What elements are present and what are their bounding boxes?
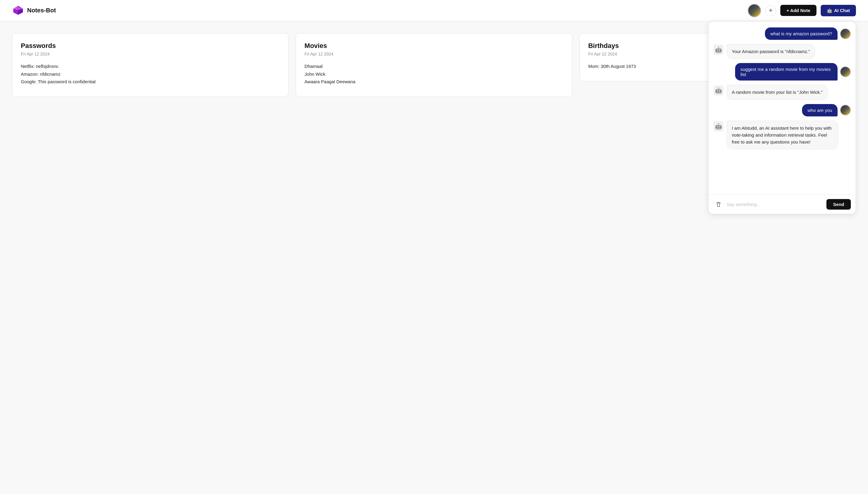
user-bubble-3: who are you <box>802 104 837 116</box>
ai-chat-button[interactable]: 🤖 AI Chat <box>821 5 856 16</box>
clear-chat-button[interactable] <box>713 200 724 210</box>
chat-message-bot-2: 🤖 A random movie from your list is "John… <box>713 85 851 99</box>
note-body-movies: Dhamaal John Wick Awaara Paagal Deewana <box>304 62 563 86</box>
note-date-movies: Fri Apr 12 2024 <box>304 52 563 56</box>
app-title: Notes-Bot <box>27 7 56 14</box>
chat-input-area: Send <box>709 194 856 214</box>
ai-chat-panel: what is my amazon password? 🤖 Your Amazo… <box>708 21 856 214</box>
note-date-passwords: Fri Apr 12 2024 <box>21 52 280 56</box>
chat-message-user-2: suggest me a random movie from my movies… <box>713 63 851 80</box>
user-bubble-2: suggest me a random movie from my movies… <box>735 63 837 80</box>
user-avatar-1 <box>840 28 851 39</box>
theme-toggle-button[interactable]: ☀ <box>765 5 776 16</box>
note-body-passwords: Netflix: neflsjdnsnc Amazon: nfdicnamz G… <box>21 62 280 86</box>
note-card-passwords: Passwords Fri Apr 12 2024 Netflix: nefls… <box>12 33 289 97</box>
bot-icon-3: 🤖 <box>713 121 724 132</box>
logo-icon <box>12 4 24 17</box>
user-avatar-3 <box>840 104 851 115</box>
main-content: Passwords Fri Apr 12 2024 Netflix: nefls… <box>0 21 868 109</box>
note-card-movies: Movies Fri Apr 12 2024 Dhamaal John Wick… <box>296 33 572 97</box>
header-actions: ☀ + Add Note 🤖 AI Chat <box>748 4 856 17</box>
user-avatar-2 <box>840 66 851 77</box>
bot-bubble-3: I am Alstudd, an AI assistant here to he… <box>727 121 838 150</box>
chat-message-user-3: who are you <box>713 104 851 116</box>
note-title-movies: Movies <box>304 42 563 50</box>
user-bubble-1: what is my amazon password? <box>765 27 837 40</box>
bot-icon-2: 🤖 <box>713 86 724 96</box>
chat-messages: what is my amazon password? 🤖 Your Amazo… <box>709 21 856 194</box>
logo-area: Notes-Bot <box>12 4 56 17</box>
chat-message-bot-1: 🤖 Your Amazon password is "nfdicnamz." <box>713 44 851 59</box>
chat-message-bot-3: 🤖 I am Alstudd, an AI assistant here to … <box>713 121 851 150</box>
note-title-passwords: Passwords <box>21 42 280 50</box>
bot-bubble-2: A random movie from your list is "John W… <box>727 85 828 99</box>
chat-input[interactable] <box>727 202 823 207</box>
app-header: Notes-Bot ☀ + Add Note 🤖 AI Chat <box>0 0 868 21</box>
bot-icon-1: 🤖 <box>713 45 724 55</box>
bot-bubble-1: Your Amazon password is "nfdicnamz." <box>727 44 815 59</box>
add-note-button[interactable]: + Add Note <box>780 5 816 16</box>
chat-message-user-1: what is my amazon password? <box>713 27 851 40</box>
robot-icon: 🤖 <box>827 8 832 13</box>
avatar[interactable] <box>748 4 761 17</box>
trash-icon <box>715 202 722 208</box>
send-message-button[interactable]: Send <box>826 199 851 210</box>
